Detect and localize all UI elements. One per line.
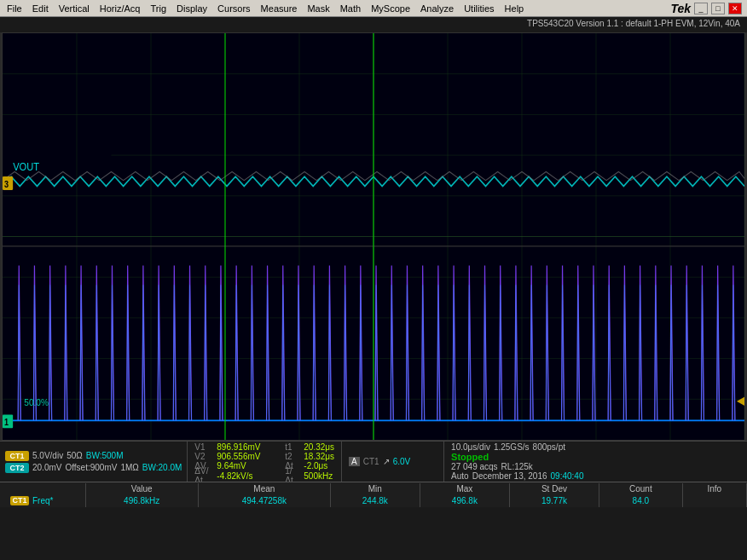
trigger-box: A CT1 ↗ 6.0V xyxy=(342,442,444,482)
acq-count: 27 049 acqs xyxy=(451,462,498,471)
menu-edit[interactable]: Edit xyxy=(27,2,54,15)
ch2-scale: 20.0mV xyxy=(32,463,61,472)
timebase: 10.0μs/div xyxy=(451,442,490,452)
sample-rate: 1.25GS/s xyxy=(494,442,530,452)
svg-text:3: 3 xyxy=(4,179,9,189)
col-header-count: Count xyxy=(599,483,683,494)
measurements-table: Value Mean Min Max St Dev Count Info CT1 xyxy=(0,483,747,507)
svg-text:◄: ◄ xyxy=(734,391,744,409)
svg-text:1: 1 xyxy=(4,417,9,427)
row-max: 496.8k xyxy=(420,494,509,507)
row-min: 244.8k xyxy=(330,494,420,507)
row-ch-indicator: CT1 xyxy=(10,496,29,505)
col-header-name xyxy=(0,483,85,494)
dv-value: 9.64mV xyxy=(217,461,278,471)
acq-date: December 13, 2016 xyxy=(472,471,547,481)
col-header-mean: Mean xyxy=(198,483,330,494)
svg-text:VOUT: VOUT xyxy=(13,161,39,174)
menu-analyze[interactable]: Analyze xyxy=(415,2,459,15)
t1-value: 20.32μs xyxy=(304,442,334,452)
row-meas-name: Freq* xyxy=(32,496,53,505)
menu-math[interactable]: Math xyxy=(335,2,366,15)
row-count: 84.0 xyxy=(599,494,683,507)
row-info xyxy=(682,494,746,507)
ch2-impedance: 1MΩ xyxy=(120,463,138,472)
menu-measure[interactable]: Measure xyxy=(256,2,303,15)
col-header-stdev: St Dev xyxy=(509,483,599,494)
t1-label: t1 xyxy=(285,442,297,452)
trig-ch-label: CT1 xyxy=(363,457,379,466)
scope-container: TPS543C20 Version 1.1 : default 1-PH EVM… xyxy=(0,17,747,560)
ch2-offset: Offset:900mV xyxy=(65,463,117,472)
menu-horiz-acq[interactable]: Horiz/Acq xyxy=(95,2,146,15)
acq-rl: RL:125k xyxy=(501,462,533,471)
ch1-bw: BW:500M xyxy=(86,451,124,460)
sample-pts: 800ps/pt xyxy=(533,442,565,452)
top-info-bar: TPS543C20 Version 1.1 : default 1-PH EVM… xyxy=(0,17,747,32)
menu-mask[interactable]: Mask xyxy=(302,2,334,15)
row-stdev: 19.77k xyxy=(509,494,599,507)
waveform-svg: VOUT SW 50.0% 3 1 ◄ xyxy=(3,33,744,440)
trig-level: 6.0V xyxy=(393,457,411,466)
col-header-max: Max xyxy=(420,483,509,494)
menu-file[interactable]: File xyxy=(2,2,27,15)
acq-mode: Auto xyxy=(451,471,469,481)
menu-cursors[interactable]: Cursors xyxy=(212,2,256,15)
acq-time: 09:40:40 xyxy=(551,471,584,481)
channel-info: CT1 5.0V/div 50Ω BW:500M CT2 20.0mV Offs… xyxy=(0,442,188,482)
ch2-indicator: CT2 xyxy=(5,463,29,473)
menu-utilities[interactable]: Utilities xyxy=(459,2,499,15)
acquisition-box: 10.0μs/div 1.25GS/s 800ps/pt Stopped 27 … xyxy=(444,442,747,482)
waveform-display[interactable]: VOUT SW 50.0% 3 1 ◄ xyxy=(2,32,745,441)
menu-display[interactable]: Display xyxy=(171,2,212,15)
scope-title: TPS543C20 Version 1.1 : default 1-PH EVM… xyxy=(527,19,740,28)
v2-value: 906.556mV xyxy=(217,452,278,461)
trig-a-label: A xyxy=(349,457,360,466)
dt-value: -2.0μs xyxy=(304,461,327,471)
freq-value: 500kHz xyxy=(304,471,333,481)
row-value: 496.8kHz xyxy=(85,494,198,507)
col-header-min: Min xyxy=(330,483,420,494)
tek-logo: Tek xyxy=(670,2,691,15)
bottom-status-area: CT1 5.0V/div 50Ω BW:500M CT2 20.0mV Offs… xyxy=(0,441,747,560)
measurements-table-area: Value Mean Min Max St Dev Count Info CT1 xyxy=(0,482,747,507)
t2-value: 18.32μs xyxy=(304,452,334,461)
ch1-indicator: CT1 xyxy=(5,451,29,461)
table-row: CT1 Freq* 496.8kHz 494.47258k 244.8k 496… xyxy=(0,494,747,507)
minimize-button[interactable]: _ xyxy=(694,3,708,14)
menu-vertical[interactable]: Vertical xyxy=(54,2,95,15)
t2-label: t2 xyxy=(285,452,297,461)
v1-value: 896.916mV xyxy=(217,442,278,452)
v2-label: V2 xyxy=(194,452,210,461)
title-area: Tek _ □ ✕ xyxy=(670,2,745,15)
col-header-info: Info xyxy=(682,483,746,494)
row-mean: 494.47258k xyxy=(198,494,330,507)
measurements-box: V1 896.916mV t1 20.32μs V2 906.556mV t2 … xyxy=(188,442,342,482)
menu-help[interactable]: Help xyxy=(500,2,530,15)
ch2-bw: BW:20.0M xyxy=(142,463,182,472)
acq-status: Stopped xyxy=(451,452,489,462)
ch1-scale: 5.0V/div xyxy=(32,451,63,460)
close-button[interactable]: ✕ xyxy=(728,3,742,14)
status-row: CT1 5.0V/div 50Ω BW:500M CT2 20.0mV Offs… xyxy=(0,441,747,482)
menu-myscope[interactable]: MyScope xyxy=(366,2,415,15)
dvdt-value: -4.82kV/s xyxy=(217,471,278,481)
row-label-cell: CT1 Freq* xyxy=(0,494,85,507)
v1-label: V1 xyxy=(194,442,210,452)
ch1-impedance: 50Ω xyxy=(67,451,83,460)
menu-bar: File Edit Vertical Horiz/Acq Trig Displa… xyxy=(0,0,747,17)
maximize-button[interactable]: □ xyxy=(711,3,725,14)
trig-slope: ↗ xyxy=(383,457,390,466)
menu-trig[interactable]: Trig xyxy=(145,2,171,15)
col-header-value: Value xyxy=(85,483,198,494)
svg-text:50.0%: 50.0% xyxy=(24,397,49,408)
